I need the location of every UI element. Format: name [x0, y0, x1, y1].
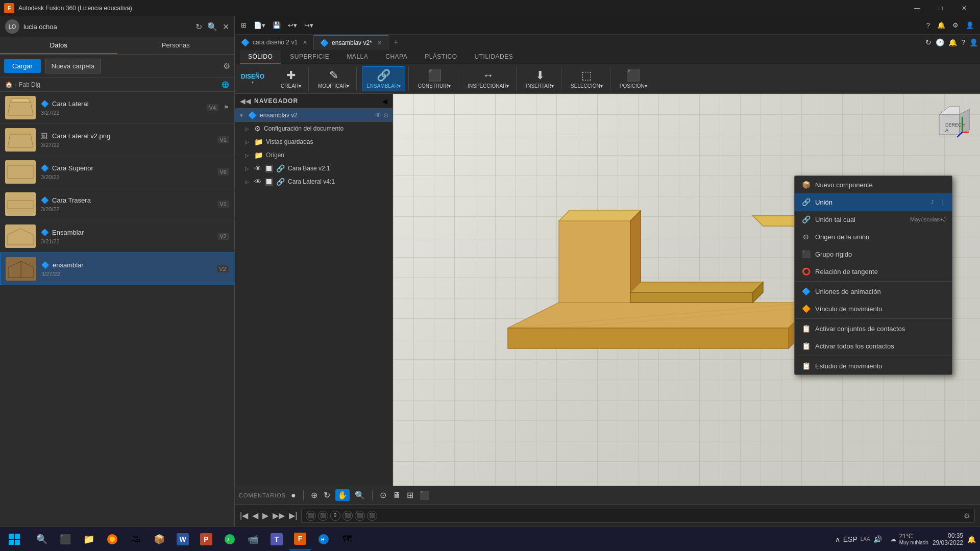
nav-config-item[interactable]: ▷ ⚙ Configuración del documento: [235, 122, 393, 135]
tab-bar-clock-icon[interactable]: 🕐: [934, 37, 946, 47]
menu-nuevo-componente[interactable]: 📦 Nuevo componente: [795, 176, 952, 193]
zoom-icon[interactable]: 🔍: [354, 489, 366, 501]
menu-activar-conjuntos[interactable]: 📋 Activar conjuntos de contactos: [795, 320, 952, 337]
timeline-icon-4[interactable]: ⬛: [342, 511, 353, 521]
menu-more-icon[interactable]: ⋮: [940, 198, 946, 206]
settings-icon[interactable]: ⚙: [223, 61, 230, 71]
ribbon-tab-solido[interactable]: SÓLIDO: [240, 50, 281, 64]
ribbon-tab-utilidades[interactable]: UTILIDADES: [467, 50, 522, 64]
tab-datos[interactable]: Datos: [0, 37, 117, 54]
file-item-cara-superior[interactable]: 🔷 Cara Superior 3/20/22 V6: [0, 156, 234, 188]
rotate-icon[interactable]: ↻: [323, 489, 331, 501]
weather[interactable]: ☁ 21°C Muy nublado: [890, 533, 928, 545]
modificar-button[interactable]: ✎ MODIFICAR▾: [314, 67, 353, 91]
layout-icon[interactable]: ⬛: [419, 489, 431, 501]
file-item-cara-lateral-v2[interactable]: 🖼 Cara Lateral v2.png 3/27/22 V1: [0, 124, 234, 156]
timeline-next-icon[interactable]: ▶▶: [273, 511, 285, 520]
minimize-button[interactable]: —: [905, 0, 929, 16]
crear-button[interactable]: ✚ CREAR▾: [277, 67, 305, 91]
taskbar-firefox[interactable]: [101, 528, 124, 550]
timeline-gear-icon[interactable]: ⚙: [964, 512, 970, 520]
breadcrumb-project[interactable]: Fab Dig: [19, 81, 40, 88]
toolbar-account-icon[interactable]: 👤: [964, 20, 976, 30]
close-sidebar-icon[interactable]: ✕: [223, 22, 229, 32]
tab-ensambla[interactable]: 🔷 ensamblav v2* ✕: [314, 35, 388, 50]
inspeccionar-button[interactable]: ↔ INSPECCIONAR▾: [463, 67, 513, 91]
taskbar-explorer[interactable]: 📁: [78, 528, 100, 550]
taskbar-mail[interactable]: 📦: [148, 528, 170, 550]
tab-close-icon[interactable]: ✕: [377, 40, 382, 46]
viewport-3d[interactable]: DERECH A 📦 Nuevo componente: [393, 94, 980, 486]
navigator-expand-icon[interactable]: ◀: [382, 97, 387, 105]
seleccion-button[interactable]: ⬚ SELECCIÓN▾: [567, 67, 607, 91]
toolbar-save-icon[interactable]: 💾: [271, 20, 283, 30]
breadcrumb-home[interactable]: 🏠: [5, 81, 13, 88]
search-icon[interactable]: 🔍: [207, 22, 217, 32]
ensamblar-button[interactable]: 🔗 ENSAMBLAR▾: [362, 66, 405, 91]
timeline-icon-6[interactable]: ⬛: [367, 511, 377, 521]
menu-union[interactable]: 🔗 Unión J ⋮: [795, 193, 952, 211]
taskbar-time[interactable]: 00:35 29/03/2022: [933, 532, 963, 546]
menu-activar-todos[interactable]: 📋 Activar todos los contactos: [795, 337, 952, 355]
tab-close-icon[interactable]: ✕: [303, 39, 307, 46]
posicion-button[interactable]: ⬛ POSICIÓN▾: [616, 67, 651, 91]
menu-grupo-rigido[interactable]: ⬛ Grupo rígido: [795, 245, 952, 263]
menu-origen-union[interactable]: ⊙ Origen de la unión: [795, 228, 952, 245]
toolbar-notification-icon[interactable]: 🔔: [935, 20, 947, 30]
nav-origen-item[interactable]: ▷ 📁 Origen: [235, 148, 393, 162]
ribbon-tab-superficie[interactable]: SUPERFICIE: [282, 50, 337, 64]
circle-icon[interactable]: ●: [290, 490, 297, 501]
refresh-icon[interactable]: ↻: [195, 22, 202, 32]
add-tab-button[interactable]: +: [388, 35, 404, 50]
diseno-dropdown[interactable]: DISEÑO ▾: [239, 71, 266, 87]
close-button[interactable]: ✕: [952, 0, 976, 16]
taskbar-store[interactable]: 🛍: [125, 528, 147, 550]
construir-button[interactable]: ⬛ CONSTRUIR▾: [414, 67, 455, 91]
navigator-root-item[interactable]: ▼ 🔷 ensamblav v2 👁 ⊙: [235, 109, 393, 122]
file-version[interactable]: V1: [217, 201, 229, 208]
ribbon-tab-chapa[interactable]: CHAPA: [377, 50, 415, 64]
timeline-start-icon[interactable]: |◀: [240, 511, 248, 520]
file-version[interactable]: V6: [217, 168, 229, 176]
taskbar-fusion[interactable]: F: [289, 528, 311, 550]
nav-vistas-item[interactable]: ▷ 📁 Vistas guardadas: [235, 135, 393, 148]
nav-cara-lateral-item[interactable]: ▷ 👁 🔲 🔗 Cara Lateral v4:1: [235, 175, 393, 188]
tab-personas[interactable]: Personas: [117, 37, 235, 54]
file-item-cara-lateral[interactable]: 🔷 Cara Lateral 3/27/22 V4 ⚑: [0, 92, 234, 124]
menu-vinculo-movimiento[interactable]: 🔶 Vínculo de movimiento: [795, 300, 952, 317]
file-version[interactable]: V2: [217, 233, 229, 240]
timeline-end-icon[interactable]: ▶|: [289, 511, 297, 520]
orbit-icon[interactable]: ⊙: [379, 489, 387, 501]
move-icon[interactable]: ⊕: [310, 489, 318, 501]
display-icon[interactable]: 🖥: [391, 490, 402, 501]
taskbar-powerpoint[interactable]: P: [195, 528, 217, 550]
file-version[interactable]: V4: [207, 104, 218, 111]
tab-bar-bell-icon[interactable]: 🔔: [946, 37, 959, 47]
more-icon[interactable]: ⊙: [383, 112, 388, 119]
navigator-collapse-icon[interactable]: ◀◀: [240, 97, 251, 105]
hand-icon[interactable]: ✋: [335, 489, 350, 501]
cargar-button[interactable]: Cargar: [4, 59, 41, 73]
tab-bar-refresh-icon[interactable]: ↻: [923, 37, 934, 47]
toolbar-settings-icon[interactable]: ⚙: [950, 20, 961, 30]
tab-cara-diseno[interactable]: 🔷 cara diseño 2 v1 ✕: [235, 35, 314, 49]
menu-relacion-tangente[interactable]: ⭕ Relación de tangente: [795, 263, 952, 280]
file-item-cara-trasera[interactable]: 🔷 Cara Trasera 3/20/22 V1: [0, 188, 234, 220]
tab-bar-user-icon[interactable]: 👤: [967, 37, 980, 47]
start-button[interactable]: [4, 529, 24, 549]
grid-icon[interactable]: ⊞: [406, 489, 414, 501]
timeline-icon-1[interactable]: ⬛: [306, 511, 316, 521]
file-version[interactable]: V1: [217, 136, 229, 143]
menu-union-tal-cual[interactable]: 🔗 Unión tal cual Mayúsculas+J: [795, 211, 952, 228]
taskbar-maps[interactable]: 🗺: [336, 528, 358, 550]
nav-cara-base-item[interactable]: ▷ 👁 🔲 🔗 Cara Base v2:1: [235, 162, 393, 175]
eye-icon[interactable]: 👁: [375, 112, 381, 119]
taskbar-spotify[interactable]: ♪: [218, 528, 241, 550]
maximize-button[interactable]: □: [929, 0, 952, 16]
volume-icon[interactable]: 🔊: [873, 535, 882, 543]
file-item-ensamblar[interactable]: 🔷 Ensamblar 3/21/22 V2: [0, 220, 234, 253]
taskbar-word[interactable]: W: [172, 528, 194, 550]
toolbar-redo-icon[interactable]: ↪▾: [302, 20, 315, 30]
insertar-button[interactable]: ⬇ INSERTAR▾: [522, 67, 558, 91]
menu-uniones-animacion[interactable]: 🔷 Uniones de animación: [795, 283, 952, 300]
